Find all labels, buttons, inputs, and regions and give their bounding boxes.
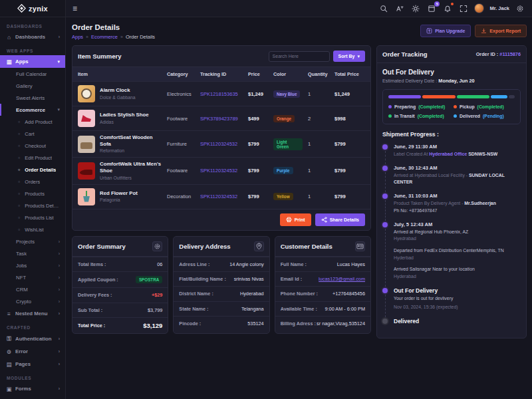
tracking-id-link[interactable]: SPK1120324532 — [200, 141, 237, 147]
sort-by-button[interactable]: Sort By ▾ — [333, 51, 365, 62]
light-mode-icon[interactable] — [410, 3, 421, 14]
sidebar-item[interactable]: ▣ Forms › — [0, 382, 65, 395]
settings-gear-icon[interactable] — [515, 3, 525, 14]
sidebar-item-label: Jobs — [16, 263, 27, 269]
timeline-text: Arrived at Regional Hub Phoenix, AZ — [394, 229, 504, 236]
brand-logo[interactable]: zynix — [0, 0, 65, 17]
address-row: Adress Line : 14 Angle colony — [174, 257, 269, 271]
sidebar-item[interactable]: ⌂ Dashboards › — [0, 31, 65, 43]
product-brand: Adidas — [100, 120, 114, 124]
translate-icon[interactable] — [394, 3, 405, 14]
product-brand: Urban Outfitters — [100, 176, 132, 180]
hamburger-menu-icon[interactable]: ≡ — [72, 5, 77, 13]
sidebar-item[interactable]: ⚿ Authentication › — [0, 332, 65, 345]
chevron-icon: › — [59, 239, 60, 244]
search-input[interactable] — [269, 51, 330, 62]
sidebar-item[interactable]: ⊙ Error › — [0, 345, 65, 358]
cart-icon[interactable]: 5 — [426, 3, 437, 14]
address-value: Hyderabad — [240, 291, 264, 297]
timeline-dot — [382, 222, 388, 227]
breadcrumb-apps[interactable]: Apps — [72, 34, 83, 40]
sidebar-item[interactable]: Edit Product — [0, 152, 65, 164]
print-button[interactable]: Print — [280, 213, 311, 226]
address-row: Pincode : 535124 — [174, 316, 269, 331]
legend-name: Preparing — [394, 104, 416, 109]
page-header: Order Details Apps » Ecommerce » Order D… — [72, 23, 527, 40]
sidebar-item[interactable]: Full Calendar — [0, 68, 65, 80]
sidebar-item[interactable]: Crypto › — [0, 295, 65, 307]
sidebar-section-label: CRAFTED — [0, 320, 65, 332]
summary-settings-icon[interactable] — [152, 241, 162, 251]
notifications-icon[interactable] — [442, 3, 453, 14]
order-summary-title: Order Summary — [78, 243, 126, 250]
share-details-button[interactable]: Share Details — [315, 213, 365, 226]
sidebar-item-label: Forms — [15, 386, 31, 392]
sidebar-item-label: Projects — [16, 239, 35, 245]
sidebar-item[interactable]: Task › — [0, 247, 65, 259]
sidebar-item[interactable]: Products List — [0, 211, 65, 223]
address-row: State Name : Telangana — [174, 301, 269, 316]
product-quantity: 1 — [305, 138, 332, 150]
sidebar-item-label: NFT — [16, 275, 26, 281]
timeline-text: Your order is out for devlivery — [394, 295, 458, 303]
sidebar-item[interactable]: WishList — [0, 223, 65, 235]
timeline-dot — [382, 288, 388, 293]
sidebar-item-label: Products Details — [25, 203, 60, 209]
user-avatar[interactable] — [474, 3, 484, 13]
sidebar-item[interactable]: Gallery — [0, 80, 65, 92]
tracking-id-link[interactable]: SPK3789423789 — [200, 116, 238, 122]
table-row[interactable]: ComfortWalk Ultra Men's Shoe Urban Outfi… — [72, 157, 370, 184]
left-column: Item Summery Sort By ▾ Ite — [72, 45, 371, 334]
product-thumbnail — [78, 188, 95, 205]
sidebar-item[interactable]: Projects › — [0, 235, 65, 247]
product-total: $1,249 — [332, 88, 370, 100]
breadcrumb-ecommerce[interactable]: Ecommerce — [91, 34, 118, 40]
tracking-id-link[interactable]: SPK1120324532 — [200, 194, 237, 200]
sidebar-item-label: CRM — [16, 287, 28, 293]
sidebar: zynix DASHBOARDS ⌂ Dashboards › WEB APPS… — [0, 0, 66, 399]
table-body: Alarm Clock Dolce & Gabbana Electronics … — [72, 81, 370, 209]
delivery-address-card: Delivery Address Adress Line : — [173, 236, 269, 334]
timeline-date: June, 29 11:30 AM — [394, 144, 497, 150]
product-brand: Reformation — [100, 148, 124, 153]
customer-row: Email Id : lucas123@gmail.com — [275, 271, 370, 286]
sidebar-item[interactable]: Ecommerce ▾ — [0, 104, 65, 116]
sidebar-item[interactable]: NFT › — [0, 271, 65, 283]
sidebar-item[interactable]: Orders — [0, 176, 65, 188]
chevron-icon: › — [59, 35, 60, 39]
tracking-id-link[interactable]: SPK1218153635 — [200, 91, 238, 97]
sidebar-item[interactable]: Cart — [0, 128, 65, 140]
sidebar-item[interactable]: ▤ Pages › — [0, 358, 65, 370]
sidebar-item[interactable]: Sweet Alerts — [0, 92, 65, 104]
sidebar-item[interactable]: Products — [0, 188, 65, 200]
sidebar-item[interactable]: Add Product — [0, 116, 65, 128]
plan-upgrade-button[interactable]: Plan Upgrade — [420, 25, 471, 37]
table-row[interactable]: ComfortSeat Wooden Sofa Reformation Furn… — [72, 130, 370, 157]
sidebar-item[interactable]: ≡ Nested Menu › — [0, 307, 65, 320]
sidebar-item[interactable]: Products Details — [0, 200, 65, 211]
progress-bar — [388, 95, 515, 98]
table-row[interactable]: Alarm Clock Dolce & Gabbana Electronics … — [72, 81, 370, 106]
order-id: Order ID : #1115876 — [476, 51, 521, 57]
id-card-icon[interactable] — [355, 241, 365, 251]
sidebar-item[interactable]: Jobs › — [0, 259, 65, 271]
estimated-delivery-date: Monday, Jun 20 — [438, 78, 474, 84]
sidebar-item-icon: ▣ — [5, 386, 13, 392]
location-pin-icon[interactable] — [254, 241, 264, 251]
sidebar-item[interactable]: ▦ Apps ▾ — [0, 55, 65, 68]
sidebar-item[interactable]: Order Details — [0, 164, 65, 176]
sidebar-item-label: Products — [25, 191, 45, 197]
timeline-text: Nov 03, 2024, 15:36 (expected) — [394, 304, 458, 311]
table-row[interactable]: Ladies Stylish Shoe Adidas Footware SPK3… — [72, 106, 370, 130]
sidebar-item[interactable]: Checkout — [0, 140, 65, 152]
fullscreen-icon[interactable] — [458, 3, 469, 14]
search-icon[interactable] — [378, 3, 389, 14]
tracking-id-link[interactable]: SPK1120324532 — [200, 168, 237, 174]
table-row[interactable]: Red Flower Pot Patagonia Decoration SPK1… — [72, 184, 370, 209]
sidebar-item[interactable]: CRM › — [0, 283, 65, 295]
order-id-value[interactable]: #1115876 — [499, 51, 521, 57]
export-report-button[interactable]: Export Report — [475, 25, 527, 37]
cart-count-badge: 5 — [434, 1, 440, 7]
product-price: $799 — [245, 138, 271, 150]
product-category: Footware — [164, 164, 198, 177]
